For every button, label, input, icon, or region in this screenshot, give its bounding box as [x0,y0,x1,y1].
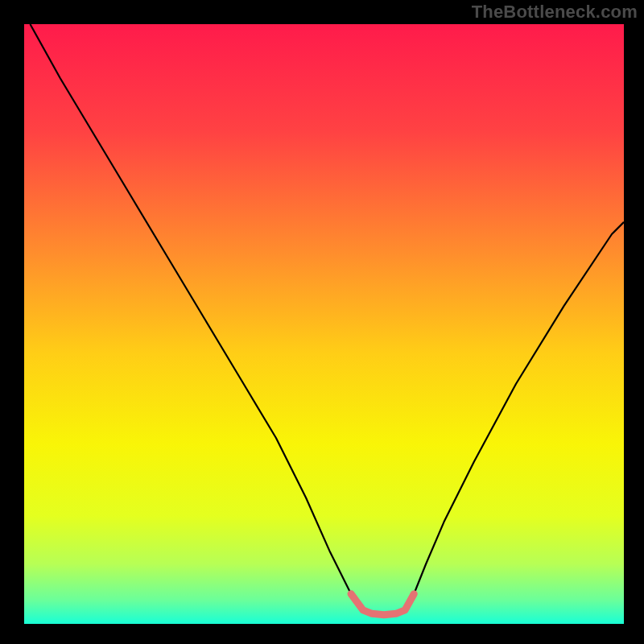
watermark-text: TheBottleneck.com [472,2,638,23]
gradient-background [24,24,624,624]
chart-frame: TheBottleneck.com [0,0,644,644]
bottleneck-chart [24,24,624,624]
